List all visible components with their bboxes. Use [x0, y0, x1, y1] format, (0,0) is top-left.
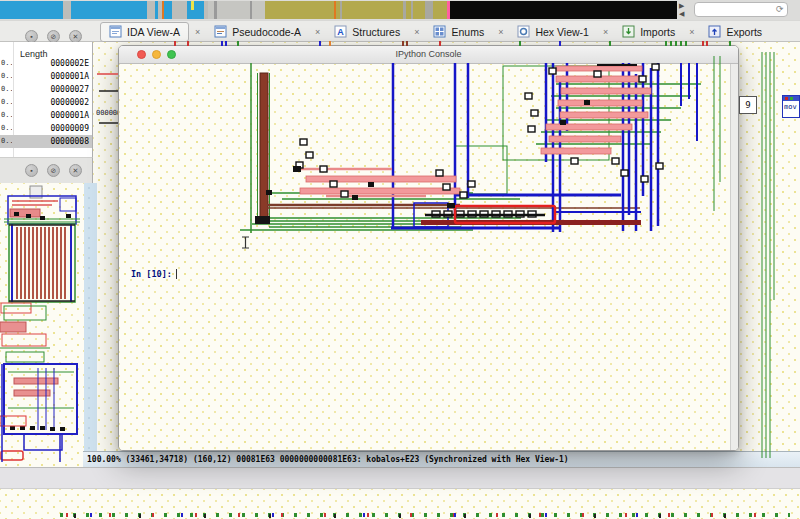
- table-row[interactable]: 0...00000009: [0, 122, 92, 135]
- table-row[interactable]: 0...0000001A: [0, 70, 92, 83]
- tab-ida-view-a[interactable]: IDA View-A: [100, 22, 189, 42]
- graph-overview-background[interactable]: [0, 183, 84, 467]
- output-divider-band: [0, 467, 800, 489]
- tab-imports[interactable]: Imports: [614, 22, 683, 42]
- node-red-dot: [785, 97, 788, 100]
- address-label-box: 9: [739, 96, 757, 114]
- tab-close-icon[interactable]: ×: [189, 27, 206, 37]
- tab-label: Hex View-1: [535, 26, 589, 38]
- console-content[interactable]: In [10]:: [119, 64, 738, 450]
- table-row[interactable]: 0...0000002E: [0, 57, 92, 70]
- tab-close-icon[interactable]: ×: [408, 27, 425, 37]
- exports-icon: [708, 25, 721, 38]
- nav-orange-mark: [334, 1, 336, 19]
- tab-enums[interactable]: Enums: [425, 22, 492, 42]
- nav-back-icon[interactable]: ◀: [679, 10, 684, 18]
- hex-view-icon: [517, 25, 530, 38]
- nav-dark-mark: [214, 1, 217, 19]
- nav-forward-icon[interactable]: ▶: [679, 2, 684, 10]
- table-row[interactable]: 0...0000001A: [0, 109, 92, 122]
- tab-label: Exports: [726, 26, 762, 38]
- console-title-bar[interactable]: IPython Console: [119, 46, 738, 64]
- tab-structures[interactable]: A Structures: [326, 22, 408, 42]
- enums-icon: [433, 25, 446, 38]
- status-bar: 100.00% (33461,34718) (160,12) 00081E63 …: [83, 451, 800, 467]
- console-scrollbar[interactable]: [730, 64, 738, 450]
- console-prompt: In [10]:: [131, 269, 177, 279]
- tab-label: Imports: [640, 26, 675, 38]
- nav-gray-mark: [411, 1, 413, 19]
- tabs-container: IDA View-A × Pseudocode-A × A Structures…: [100, 21, 800, 42]
- nav-dark-mark: [250, 1, 252, 19]
- nav-segment-unexplored: [265, 1, 447, 19]
- document-tab-bar: IDA View-A × Pseudocode-A × A Structures…: [0, 20, 800, 42]
- table-row[interactable]: 0...00000002: [0, 96, 92, 109]
- nav-gray-mark: [172, 1, 187, 19]
- node-header: [783, 96, 799, 101]
- nav-yellow-cursor: [191, 1, 194, 10]
- dock-float-button[interactable]: ⊘: [47, 164, 60, 177]
- search-spinner-icon[interactable]: ⟳: [776, 4, 784, 14]
- nav-gray-mark: [63, 1, 71, 19]
- tab-label: IDA View-A: [127, 26, 180, 38]
- search-input[interactable]: [694, 2, 788, 17]
- nav-orange-mark: [162, 1, 164, 19]
- ida-view-icon: [109, 25, 122, 38]
- tab-close-icon[interactable]: ×: [309, 27, 326, 37]
- console-window-title: IPython Console: [119, 49, 738, 59]
- basic-block-node[interactable]: mov: [782, 95, 800, 118]
- tab-label: Enums: [451, 26, 484, 38]
- text-caret: [176, 269, 177, 279]
- tab-exports[interactable]: Exports: [700, 22, 770, 42]
- svg-text:A: A: [338, 27, 345, 37]
- tab-pseudocode-a[interactable]: Pseudocode-A: [206, 22, 309, 42]
- node-instruction: mov: [784, 103, 797, 111]
- imports-icon: [622, 25, 635, 38]
- dock-minimize-button[interactable]: ▪: [25, 164, 38, 177]
- tab-label: Structures: [352, 26, 400, 38]
- structures-icon: A: [334, 25, 347, 38]
- nav-gray-mark: [403, 1, 406, 19]
- ipython-console-window[interactable]: IPython Console In [10]:: [118, 45, 739, 451]
- tab-hex-view-1[interactable]: Hex View-1: [509, 22, 597, 42]
- ida-pro-screen: ▶ ◀ ⟳ IDA View-A × Pseudocode-A × A Stru…: [0, 0, 800, 519]
- bottom-graph-area: [0, 489, 800, 519]
- length-table-panel: Length 0...0000002E 0...0000001A 0...000…: [0, 42, 93, 157]
- node-green-dot: [790, 97, 793, 100]
- tab-close-icon[interactable]: ×: [597, 27, 614, 37]
- table-row-selected[interactable]: 0...00000008: [0, 135, 92, 148]
- nav-gray-mark: [340, 1, 342, 19]
- table-row[interactable]: 0...00000027: [0, 83, 92, 96]
- dock-close-button[interactable]: ✕: [69, 164, 82, 177]
- tab-label: Pseudocode-A: [232, 26, 301, 38]
- panel-gap-strip: [84, 183, 97, 451]
- nav-segment-extern: [450, 1, 677, 19]
- nav-gray-mark: [147, 1, 155, 19]
- nav-gray-mark: [425, 1, 433, 19]
- mini-address-label: 00000000: [96, 109, 118, 117]
- tab-close-icon[interactable]: ×: [492, 27, 509, 37]
- tab-close-icon[interactable]: ×: [683, 27, 700, 37]
- status-text: 100.00% (33461,34718) (160,12) 00081E63 …: [87, 455, 569, 464]
- pseudocode-icon: [214, 25, 227, 38]
